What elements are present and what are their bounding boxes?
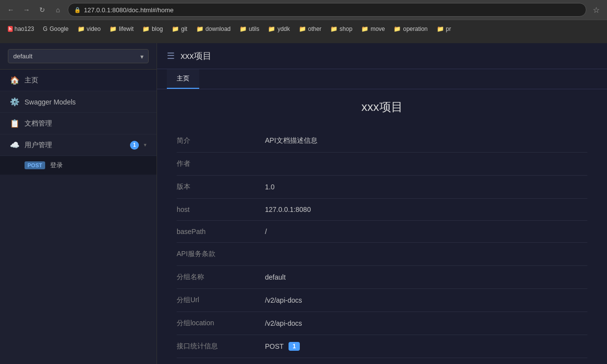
sidebar-nav: 🏠 主页 ⚙️ Swagger Models 📋 文档管理 ☁️ 用户管理 1 … [0,70,157,364]
info-value: / [265,228,267,235]
info-label: 作者 [177,159,265,168]
browser-chrome: ← → ↻ ⌂ 🔒 127.0.0.1:8080/doc.html#/home … [0,0,607,43]
bookmark-label: utils [249,26,259,32]
reload-button[interactable]: ↻ [36,4,48,16]
home-button[interactable]: ⌂ [52,4,64,16]
menu-icon[interactable]: ☰ [167,51,175,61]
group-select-value: default [13,52,32,60]
main-content: ☰ xxx项目 主页 xxx项目 简介 API文档描述信息 作者 版本 [157,43,607,364]
info-value: 127.0.0.1:8080 [265,206,311,213]
folder-icon: 📁 [394,26,401,32]
folder-icon: 📁 [109,26,117,32]
docs-icon: 📋 [10,119,20,128]
address-bar[interactable]: 🔒 127.0.0.1:8080/doc.html#/home [68,3,586,17]
folder-icon: 📁 [142,26,150,32]
forward-button[interactable]: → [21,4,32,16]
group-select-wrapper[interactable]: default [8,49,149,63]
app-container: default 🏠 主页 ⚙️ Swagger Models 📋 文档管理 ☁️… [0,43,607,364]
folder-icon: 📁 [361,26,369,32]
bookmark-video[interactable]: 📁 video [74,24,105,34]
bookmark-other[interactable]: 📁 other [295,24,325,34]
bookmark-label: move [370,26,385,32]
folder-icon: 📁 [196,26,204,32]
tab-home[interactable]: 主页 [167,69,199,89]
folder-icon: 📁 [78,26,85,32]
info-label: 分组名称 [177,273,265,282]
info-row-group-location: 分组location /v2/api-docs [177,312,587,335]
group-select[interactable]: default [8,49,149,63]
bookmark-label: lifewit [119,26,133,32]
info-row-group-url: 分组Url /v2/api-docs [177,289,587,312]
info-value: /v2/api-docs [265,296,302,304]
sidebar-item-label: 用户管理 [25,141,52,150]
bookmark-download[interactable]: 📁 download [192,24,235,34]
bookmark-label: shop [340,26,352,32]
folder-icon: 📁 [268,26,275,32]
info-row-api-stats: 接口统计信息 POST 1 [177,335,587,358]
bookmarks-bar: h hao123 G Google 📁 video 📁 lifewit 📁 bl… [0,20,607,37]
project-title: xxx项目 [181,50,211,62]
folder-icon: 📁 [299,26,306,32]
bookmark-label: other [308,26,321,32]
bookmark-google[interactable]: G Google [39,24,73,34]
bookmark-lifewit[interactable]: 📁 lifewit [106,24,137,34]
browser-top-bar: ← → ↻ ⌂ 🔒 127.0.0.1:8080/doc.html#/home … [0,0,607,20]
tabs-bar: 主页 [157,69,607,89]
sidebar-item-docs[interactable]: 📋 文档管理 [0,113,157,134]
bookmark-label: hao123 [15,26,34,32]
info-row-host: host 127.0.0.1:8080 [177,199,587,221]
swagger-icon: ⚙️ [10,97,20,106]
folder-icon: 📁 [437,26,444,32]
sidebar-item-swagger[interactable]: ⚙️ Swagger Models [0,91,157,113]
bookmark-hao123[interactable]: h hao123 [4,24,38,34]
info-label: 接口统计信息 [177,342,265,351]
bookmark-utils[interactable]: 📁 utils [236,24,263,34]
bookmark-label: yddk [277,26,290,32]
api-count-badge: 1 [289,342,300,351]
api-method-label: POST [265,342,284,350]
bookmark-label: Google [50,26,69,32]
expand-icon: ▾ [144,142,147,148]
subitem-label: 登录 [50,161,63,170]
bookmark-blog[interactable]: 📁 blog [138,24,167,34]
hao123-favicon: h [8,26,13,32]
info-value: /v2/api-docs [265,319,302,327]
sidebar-item-home[interactable]: 🏠 主页 [0,70,157,91]
info-label: 分组location [177,319,265,328]
bookmark-label: git [181,26,187,32]
info-row-api-terms: API服务条款 [177,243,587,266]
sidebar-header: default [0,43,157,70]
users-icon: ☁️ [10,140,20,150]
bookmark-git[interactable]: 📁 git [168,24,191,34]
info-table: 简介 API文档描述信息 作者 版本 1.0 host 127.0.0.1:80… [177,130,587,358]
info-label: basePath [177,228,265,235]
main-header: ☰ xxx项目 [157,43,607,69]
info-row-basepath: basePath / [177,221,587,243]
sidebar-subitem-login[interactable]: POST 登录 [0,156,157,175]
bookmark-operation[interactable]: 📁 operation [390,24,431,34]
info-label: 分组Url [177,296,265,305]
sidebar-item-label: 文档管理 [25,119,52,128]
info-row-version: 版本 1.0 [177,176,587,199]
info-label: host [177,206,265,213]
bookmark-shop[interactable]: 📁 shop [326,24,356,34]
folder-icon: 📁 [239,26,247,32]
folder-icon: 📁 [330,26,338,32]
bookmark-label: blog [152,26,163,32]
bookmark-star-button[interactable]: ☆ [590,4,602,16]
api-stats: POST 1 [265,342,300,351]
bookmark-move[interactable]: 📁 move [357,24,389,34]
sidebar-item-users[interactable]: ☁️ 用户管理 1 ▾ [0,134,157,156]
project-heading: xxx项目 [177,99,587,115]
info-value: default [265,273,286,281]
info-row-intro: 简介 API文档描述信息 [177,130,587,153]
back-button[interactable]: ← [5,4,17,16]
info-label: 简介 [177,136,265,145]
bookmark-pr[interactable]: 📁 pr [433,24,455,34]
info-value: 1.0 [265,183,274,191]
sidebar: default 🏠 主页 ⚙️ Swagger Models 📋 文档管理 ☁️… [0,43,157,364]
bookmark-label: pr [446,26,451,32]
bookmark-yddk[interactable]: 📁 yddk [264,24,293,34]
google-favicon: G [43,26,48,32]
bookmark-label: download [206,26,231,32]
